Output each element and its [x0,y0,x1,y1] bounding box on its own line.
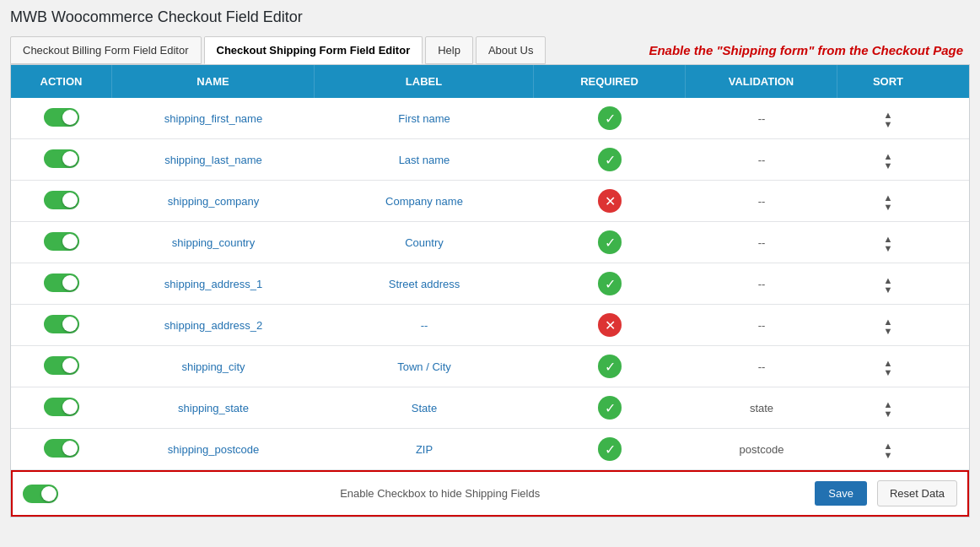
sort-cell-6[interactable]: ▲▼ [837,348,939,386]
name-cell-5: shipping_address_2 [112,311,315,340]
toggle-switch-8[interactable] [44,439,79,458]
sort-icon-2[interactable]: ▲▼ [884,193,893,212]
check-icon: ✓ [598,148,622,171]
label-cell-3: Country [315,228,534,257]
table-row: shipping_stateState✓state▲▼ [11,387,969,429]
action-cell-7 [11,389,112,427]
action-cell-8 [11,431,112,468]
app-title: MWB Woocommerce Checkout Field Editor [10,8,970,26]
validation-cell-0: -- [686,104,837,133]
toggle-switch-2[interactable] [44,191,79,209]
required-cell-1: ✓ [534,139,686,180]
check-icon: ✓ [598,272,622,295]
toggle-track-4[interactable] [44,274,79,292]
check-icon: ✓ [598,106,622,130]
sort-icon-4[interactable]: ▲▼ [884,276,893,295]
label-cell-2: Company name [315,187,534,216]
required-cell-0: ✓ [534,98,686,138]
toggle-switch-3[interactable] [44,232,79,251]
toggle-track-8[interactable] [44,439,79,458]
header-sort: SORT [837,65,939,98]
action-cell-0 [11,100,112,138]
action-cell-5 [11,306,112,344]
sort-cell-8[interactable]: ▲▼ [837,431,939,468]
sort-icon-6[interactable]: ▲▼ [884,359,893,377]
save-button[interactable]: Save [815,481,867,506]
action-cell-3 [11,224,112,262]
table-body: shipping_first_nameFirst name✓--▲▼shippi… [11,98,969,470]
validation-cell-3: -- [686,228,837,257]
required-cell-6: ✓ [534,346,686,387]
toggle-switch-0[interactable] [44,108,79,127]
toggle-track-6[interactable] [44,356,79,375]
header-required: REQUIRED [534,65,686,98]
footer-toggle-action[interactable] [23,485,58,503]
table-row: shipping_postcodeZIP✓postcode▲▼ [11,429,969,470]
sort-icon-0[interactable]: ▲▼ [884,111,893,129]
name-cell-8: shipping_postcode [112,435,315,464]
x-icon: ✕ [598,313,622,337]
table-row: shipping_first_nameFirst name✓--▲▼ [11,98,969,139]
header-action: ACTION [11,65,112,98]
label-cell-1: Last name [315,145,534,175]
tab-billing[interactable]: Checkout Billing Form Field Editor [10,36,202,64]
toggle-switch-4[interactable] [44,274,79,292]
tabs-bar: Checkout Billing Form Field EditorChecko… [10,36,548,64]
name-cell-1: shipping_last_name [112,145,315,175]
sort-icon-8[interactable]: ▲▼ [884,441,893,460]
toggle-track-2[interactable] [44,191,79,209]
table-row: shipping_address_2--✕--▲▼ [11,305,969,346]
validation-cell-5: -- [686,311,837,340]
name-cell-2: shipping_company [112,187,315,216]
sort-cell-0[interactable]: ▲▼ [837,100,939,138]
tab-about[interactable]: About Us [476,36,546,64]
toggle-track-1[interactable] [44,149,79,168]
toggle-track-0[interactable] [44,108,79,127]
sort-icon-7[interactable]: ▲▼ [884,400,893,419]
sort-icon-3[interactable]: ▲▼ [884,235,893,253]
validation-cell-6: -- [686,352,837,382]
action-cell-4 [11,265,112,303]
sort-icon-5[interactable]: ▲▼ [884,317,893,336]
sort-cell-1[interactable]: ▲▼ [837,141,939,179]
reset-data-button[interactable]: Reset Data [877,480,957,506]
tab-shipping[interactable]: Checkout Shipping Form Field Editor [204,36,423,64]
label-cell-4: Street address [315,269,534,299]
table-header: ACTIONNAMELABELREQUIREDVALIDATIONSORT [11,65,969,98]
sort-cell-3[interactable]: ▲▼ [837,224,939,262]
footer-row: Enable Checkbox to hide Shipping Fields … [11,470,969,517]
sort-cell-7[interactable]: ▲▼ [837,389,939,427]
required-cell-8: ✓ [534,429,686,469]
footer-label: Enable Checkbox to hide Shipping Fields [75,487,805,500]
toggle-track-5[interactable] [44,315,79,333]
header-validation: VALIDATION [686,65,837,98]
toggle-switch-6[interactable] [44,356,79,375]
toggle-track-3[interactable] [44,232,79,251]
toggle-switch-7[interactable] [44,398,79,416]
label-cell-0: First name [315,104,534,133]
sort-cell-4[interactable]: ▲▼ [837,265,939,303]
toggle-switch-1[interactable] [44,149,79,168]
label-cell-6: Town / City [315,352,534,382]
validation-cell-8: postcode [686,435,837,464]
footer-toggle-track[interactable] [23,485,58,503]
table-row: shipping_address_1Street address✓--▲▼ [11,263,969,305]
check-icon: ✓ [598,396,622,420]
toggle-switch-5[interactable] [44,315,79,333]
check-icon: ✓ [598,230,622,254]
sort-cell-5[interactable]: ▲▼ [837,306,939,344]
table-row: shipping_countryCountry✓--▲▼ [11,222,969,263]
check-icon: ✓ [598,437,622,461]
name-cell-3: shipping_country [112,228,315,257]
label-cell-8: ZIP [315,435,534,464]
table-row: shipping_companyCompany name✕--▲▼ [11,181,969,222]
check-icon: ✓ [598,355,622,378]
tab-help[interactable]: Help [425,36,473,64]
toggle-track-7[interactable] [44,398,79,416]
sort-icon-1[interactable]: ▲▼ [884,152,893,171]
label-cell-5: -- [315,311,534,340]
sort-cell-2[interactable]: ▲▼ [837,182,939,220]
table-row: shipping_cityTown / City✓--▲▼ [11,346,969,387]
header-name: NAME [112,65,315,98]
required-cell-2: ✕ [534,181,686,221]
